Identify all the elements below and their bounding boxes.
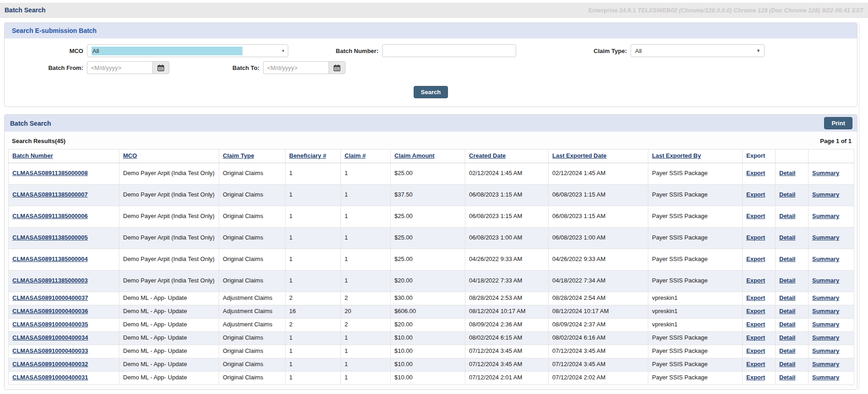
export-link[interactable]: Export [746, 294, 765, 301]
mco-select[interactable]: All ▾ [87, 44, 288, 57]
search-panel-header: Search E-submission Batch [5, 23, 857, 38]
batch-number-input[interactable] [382, 44, 516, 57]
batch-number-link[interactable]: CLMASAS08910000400033 [12, 347, 88, 354]
summary-link[interactable]: Summary [812, 347, 839, 354]
last-exported-by-cell: Payer SSIS Package [648, 331, 743, 345]
last-exported-by-cell: Payer SSIS Package [648, 270, 743, 292]
search-form-row-1: MCO All ▾ Batch Number: Claim Type: All … [5, 44, 857, 57]
detail-link[interactable]: Detail [779, 308, 795, 314]
batch-number-link[interactable]: CLMASAS08911385000004 [12, 256, 88, 262]
last-exported-date-cell: 06/08/2023 1:15 AM [549, 206, 648, 227]
summary-link[interactable]: Summary [812, 321, 839, 328]
created-date-cell: 04/18/2022 7:33 AM [465, 270, 549, 292]
search-button[interactable]: Search [414, 86, 448, 98]
export-link[interactable]: Export [746, 334, 765, 341]
column-header-claim-amount[interactable]: Claim Amount [391, 149, 465, 163]
column-header-claim-type[interactable]: Claim Type [219, 149, 286, 163]
claim-type-select[interactable]: All ▼ [631, 44, 765, 57]
claim-type-cell: Original Claims [219, 270, 286, 292]
print-button[interactable]: Print [824, 117, 852, 129]
detail-link[interactable]: Detail [779, 191, 795, 198]
export-link[interactable]: Export [746, 234, 765, 241]
detail-link[interactable]: Detail [779, 256, 795, 262]
column-header-created-date[interactable]: Created Date [465, 149, 549, 163]
last-exported-by-cell: Payer SSIS Package [648, 371, 743, 384]
mco-cell: Demo ML - App- Update [119, 318, 219, 331]
batch-number-link[interactable]: CLMASAS08911385000003 [12, 277, 88, 284]
batch-from-calendar-button[interactable] [152, 61, 169, 74]
batch-to-calendar-button[interactable] [329, 61, 345, 74]
batch-to-input[interactable] [263, 61, 329, 74]
batch-number-link[interactable]: CLMASAS08910000400035 [12, 321, 88, 328]
export-link[interactable]: Export [746, 361, 765, 367]
column-header-last-exported-by[interactable]: Last Exported By [648, 149, 743, 163]
detail-link[interactable]: Detail [779, 334, 795, 341]
summary-link[interactable]: Summary [812, 191, 839, 198]
page-title: Batch Search [5, 6, 45, 14]
batch-number-field-group: Batch Number: [288, 44, 516, 57]
summary-link[interactable]: Summary [812, 234, 839, 241]
summary-link[interactable]: Summary [812, 294, 839, 301]
table-row: CLMASAS08911385000005 Demo Payer Arpit (… [9, 227, 854, 249]
summary-link[interactable]: Summary [812, 308, 839, 314]
column-header-detail-empty [776, 149, 809, 163]
batch-from-input[interactable] [87, 61, 152, 74]
summary-link[interactable]: Summary [812, 213, 839, 219]
batch-number-link[interactable]: CLMASAS08911385000008 [12, 170, 88, 176]
export-link[interactable]: Export [746, 256, 765, 262]
batch-number-link[interactable]: CLMASAS08911385000007 [12, 191, 88, 198]
summary-link[interactable]: Summary [812, 374, 839, 381]
mco-field-group: MCO All ▾ [5, 44, 288, 57]
claim-type-cell: Adjustment Claims [219, 292, 286, 305]
summary-link[interactable]: Summary [812, 361, 839, 367]
search-panel-title: Search E-submission Batch [12, 27, 97, 34]
column-header-beneficiary-count[interactable]: Beneficiary # [286, 149, 341, 163]
detail-link[interactable]: Detail [779, 234, 795, 241]
detail-link[interactable]: Detail [779, 374, 795, 381]
detail-link[interactable]: Detail [779, 321, 795, 328]
column-header-batch-number[interactable]: Batch Number [9, 149, 119, 163]
detail-link[interactable]: Detail [779, 170, 795, 176]
batch-number-link[interactable]: CLMASAS08910000400036 [12, 308, 88, 314]
summary-link[interactable]: Summary [812, 277, 839, 284]
batch-number-link[interactable]: CLMASAS08910000400032 [12, 361, 88, 367]
export-link[interactable]: Export [746, 191, 765, 198]
export-link[interactable]: Export [746, 347, 765, 354]
batch-number-link[interactable]: CLMASAS08910000400034 [12, 334, 88, 341]
search-panel: Search E-submission Batch MCO All ▾ Batc… [4, 22, 857, 107]
batch-number-link[interactable]: CLMASAS08910000400037 [12, 294, 88, 301]
export-link[interactable]: Export [746, 374, 765, 381]
export-link[interactable]: Export [746, 308, 765, 314]
batch-number-link[interactable]: CLMASAS08911385000006 [12, 213, 88, 219]
last-exported-by-cell: vpreskin1 [648, 318, 743, 331]
column-header-claim-count[interactable]: Claim # [341, 149, 391, 163]
table-row: CLMASAS08910000400035 Demo ML - App- Upd… [9, 318, 854, 331]
batch-number-link[interactable]: CLMASAS08910000400031 [12, 374, 88, 381]
summary-link[interactable]: Summary [812, 256, 839, 262]
detail-link[interactable]: Detail [779, 277, 795, 284]
summary-link[interactable]: Summary [812, 334, 839, 341]
detail-link[interactable]: Detail [779, 294, 795, 301]
detail-link[interactable]: Detail [779, 213, 795, 219]
created-date-cell: 06/08/2023 1:15 AM [465, 206, 549, 227]
export-link[interactable]: Export [746, 277, 765, 284]
calendar-icon [334, 64, 340, 71]
summary-link[interactable]: Summary [812, 170, 839, 176]
beneficiary-count-cell: 1 [286, 345, 341, 358]
table-header-row: Batch Number MCO Claim Type Beneficiary … [9, 149, 854, 163]
claim-type-cell: Adjustment Claims [219, 318, 286, 331]
mco-cell: Demo ML - App- Update [119, 345, 219, 358]
column-header-mco[interactable]: MCO [119, 149, 219, 163]
results-table-body: CLMASAS08911385000008 Demo Payer Arpit (… [9, 163, 854, 384]
export-link[interactable]: Export [746, 321, 765, 328]
claim-amount-cell: $10.00 [391, 345, 465, 358]
claim-count-cell: 1 [341, 206, 391, 227]
column-header-last-exported-date[interactable]: Last Exported Date [549, 149, 648, 163]
detail-link[interactable]: Detail [779, 361, 795, 367]
export-link[interactable]: Export [746, 213, 765, 219]
claim-count-cell: 20 [341, 305, 391, 318]
detail-link[interactable]: Detail [779, 347, 795, 354]
batch-number-link[interactable]: CLMASAS08911385000005 [12, 234, 88, 241]
last-exported-date-cell: 07/12/2024 3:45 AM [549, 358, 648, 371]
export-link[interactable]: Export [746, 170, 765, 176]
